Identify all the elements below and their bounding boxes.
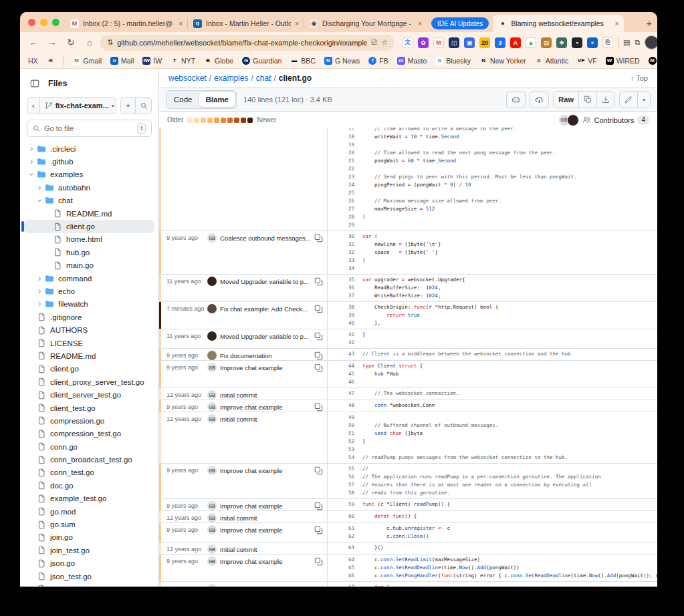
tree-file-readme.md[interactable]: README.md [24,207,154,220]
raw-button[interactable]: Raw [554,92,578,108]
chevron-right-icon[interactable] [35,184,44,191]
tree-file-join.go[interactable]: join.go [24,531,154,544]
line-number[interactable]: 43 [328,350,362,358]
line-number[interactable]: 28 [328,213,362,221]
line-number[interactable]: 44 [328,362,362,370]
extension-icon[interactable]: ▪ [572,37,582,48]
line-number[interactable]: 46 [328,378,362,386]
search-tree-button[interactable] [135,98,152,114]
view-blame-prior-button[interactable] [314,332,323,341]
tree-folder-.circleci[interactable]: .circleci [24,142,154,155]
tab-close-icon[interactable]: × [179,20,183,27]
tree-file-client.go[interactable]: client.go [24,363,154,375]
tree-file-conn-test.go[interactable]: conn_test.go [24,466,154,479]
commit-annotation[interactable]: 12 years agoGBInitial commit [161,412,327,463]
edit-button[interactable] [620,92,637,108]
line-number[interactable]: 35 [328,276,362,284]
bookmark-item[interactable]: TNYT [170,57,195,65]
line-number[interactable]: 57 [328,481,362,489]
tab-close-icon[interactable]: × [295,20,299,27]
commit-message[interactable]: Moved Upgrader variable to p... [220,331,311,340]
tree-file-main.go[interactable]: main.go [24,259,154,272]
commit-message[interactable]: Improve chat example [220,557,311,565]
breadcrumb-link[interactable]: websocket [168,73,207,83]
tree-file-doc.go[interactable]: doc.go [24,479,154,492]
chevron-right-icon[interactable] [27,146,36,152]
tree-file-compression.go[interactable]: compression.go [24,414,154,427]
tree-file-client-proxy-server-test.go[interactable]: client_proxy_server_test.go [24,375,154,388]
tab-close-icon[interactable]: × [615,20,619,27]
contributors-row[interactable]: GB Contributors 4 [558,114,649,126]
commit-annotation[interactable]: 7 minutes agoFix chat example: Add Check… [161,302,327,329]
extension-icon[interactable]: 20 [479,37,490,48]
commit-annotation[interactable]: 12 years agoGBInitial commit [161,543,327,554]
minimize-window-button[interactable] [40,19,47,26]
commit-annotation[interactable]: 11 years agoMoved Upgrader variable to p… [161,275,327,301]
commit-annotation[interactable]: 9 years agoGBImprove chat example [161,361,327,388]
line-number[interactable]: 36 [328,284,362,292]
tree-file-compression-test.go[interactable]: compression_test.go [24,428,154,440]
tree-file-conn-broadcast-test.go[interactable]: conn_broadcast_test.go [24,453,154,466]
browser-tab[interactable]: MInbox (2 : 5) - martin.heller@× [65,15,188,32]
line-number[interactable]: 65 [328,564,362,572]
line-number[interactable]: 19 [328,141,362,149]
line-number[interactable]: 25 [328,189,362,197]
line-number[interactable]: 20 [328,149,362,157]
home-button[interactable]: ⌂ [82,35,98,51]
commit-message[interactable]: Fix documentation [220,351,311,359]
browser-tab[interactable]: ●Blaming websocket/examples× [493,15,624,32]
commit-message[interactable]: Moved Upgrader variable to p... [220,277,311,285]
view-blame-prior-button[interactable] [314,403,323,412]
view-blame-prior-button[interactable] [314,466,323,475]
view-blame-prior-button[interactable] [314,351,323,360]
extension-icon[interactable]: ● [587,37,598,48]
line-number[interactable]: 56 [328,473,362,481]
edit-dropdown-button[interactable]: ▾ [637,92,650,108]
line-number[interactable]: 61 [328,524,362,532]
commit-message[interactable]: Improve chat example [220,363,311,371]
codespaces-button[interactable] [530,91,549,108]
line-number[interactable]: 42 [328,339,362,347]
copy-raw-button[interactable] [578,92,596,108]
tree-file-license[interactable]: LICENSE [24,337,154,349]
browser-tab[interactable]: ◉Discharging Your Mortgage -× [304,15,427,32]
line-number[interactable]: 45 [328,370,362,378]
bookmark-item[interactable]: GGuardian [242,57,281,65]
view-blame-prior-button[interactable] [314,526,323,534]
breadcrumb-link[interactable]: examples [214,73,248,83]
tab-group-ide-ai-updates[interactable]: IDE AI Updates [431,17,489,29]
bookmark-item[interactable]: MGmail [73,57,102,65]
line-number[interactable]: 21 [328,157,362,165]
line-number[interactable]: 41 [328,331,362,339]
bookmark-item[interactable]: AAtlantic [535,57,568,65]
view-blame-prior-button[interactable] [314,234,323,243]
go-to-file-input[interactable]: Go to file t [27,120,152,137]
line-number[interactable]: 33 [328,257,362,265]
bookmark-item[interactable]: NG News [324,57,360,65]
commit-annotation[interactable]: 9 years agoGBImprove chat example [161,464,327,498]
line-number[interactable]: 59 [328,500,362,508]
line-number[interactable]: 63 [328,544,362,552]
chevron-right-icon[interactable] [27,158,36,165]
bookmark-item[interactable]: oMail [110,57,134,65]
tree-folder-autobahn[interactable]: autobahn [24,181,154,194]
commit-message[interactable]: Coalesce outbound messages... [220,233,311,242]
bookmark-item[interactable]: BGlobe [204,57,233,65]
new-tab-button[interactable]: + [641,15,657,31]
line-number[interactable]: 32 [328,249,362,257]
tab-code[interactable]: Code [167,92,199,107]
line-number[interactable]: 47 [328,390,362,398]
collapse-sidebar-icon[interactable] [27,75,43,92]
tree-folder-echo[interactable]: echo [24,285,154,297]
browser-tab[interactable]: oInbox - Martin Heller - Outloo× [188,15,304,32]
commit-message[interactable]: Initial commit [220,584,323,587]
commit-message[interactable]: Initial commit [220,545,323,553]
commit-message[interactable]: Improve chat example [220,402,311,411]
tree-file-authors[interactable]: AUTHORS [24,323,154,336]
commit-annotation[interactable]: 9 years agoGBCoalesce outbound messages.… [161,231,327,274]
tree-folder-filewatch[interactable]: filewatch [24,298,154,311]
line-number[interactable]: 60 [328,512,362,520]
line-number[interactable]: 40 [328,319,362,327]
line-number[interactable]: 27 [328,205,362,213]
line-number[interactable]: 34 [328,265,362,273]
